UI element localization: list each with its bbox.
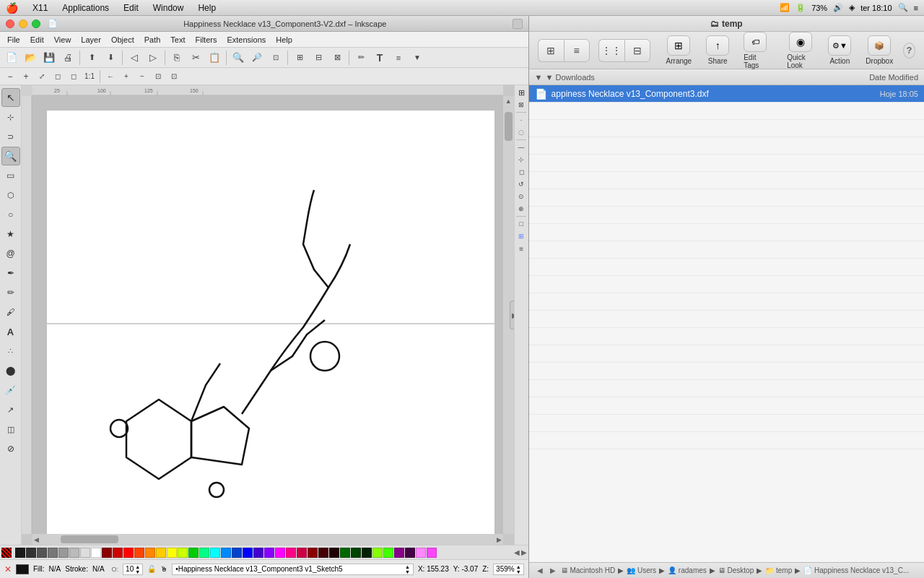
finder-dropbox-btn[interactable]: 📦 Dropbox (861, 33, 897, 68)
inkscape-menu-help[interactable]: Help (271, 34, 297, 46)
snap-lines[interactable]: ≡ (515, 243, 527, 254)
zoom-tool-in[interactable]: + (19, 69, 33, 84)
color-swatch[interactable] (156, 548, 166, 558)
menubar-edit[interactable]: Edit (121, 1, 141, 14)
color-swatch[interactable] (199, 548, 209, 558)
inkscape-menu-extensions[interactable]: Extensions (222, 34, 270, 46)
tool-star[interactable]: ★ (1, 225, 20, 243)
zoom-fit-draw[interactable]: ⤢ (35, 69, 49, 84)
menubar-x11[interactable]: X11 (30, 1, 51, 14)
zoom-field[interactable]: 359% ▲ ▼ (493, 564, 524, 575)
inkscape-menu-text[interactable]: Text (166, 34, 189, 46)
color-swatch[interactable] (58, 548, 69, 558)
zoom-tool-out[interactable]: − (3, 69, 17, 84)
window-collapse[interactable] (513, 19, 523, 29)
tool-3d[interactable]: ⬡ (1, 186, 20, 204)
zoom-100[interactable]: 1:1 (82, 69, 97, 84)
color-swatch[interactable] (167, 548, 177, 558)
palette-left[interactable]: ◀ (514, 548, 520, 556)
toolbar-export[interactable]: ⬇ (102, 49, 119, 66)
color-swatch[interactable] (253, 548, 263, 558)
color-swatch[interactable] (416, 548, 426, 558)
palette-right[interactable]: ▶ (521, 548, 527, 556)
scrollbar-horizontal[interactable]: ◀ ▶ (32, 534, 503, 545)
scroll-thumb-h[interactable] (61, 535, 118, 543)
inkscape-menu-layer[interactable]: Layer (77, 34, 105, 46)
finder-help-btn[interactable]: ? (903, 43, 915, 59)
path-users[interactable]: 👥 Users (627, 566, 656, 574)
search-icon[interactable]: 🔍 (898, 3, 908, 12)
fill-x-indicator[interactable]: ✕ (4, 564, 12, 574)
tool-fill[interactable]: ⬤ (1, 361, 20, 380)
finder-edit-tags-btn[interactable]: 🏷 Edit Tags (739, 29, 771, 72)
snap-bbox2[interactable]: ◻ (515, 166, 527, 178)
snap-rotate[interactable]: ↺ (515, 178, 527, 190)
color-swatch[interactable] (232, 548, 242, 558)
color-swatch[interactable] (134, 548, 144, 558)
toolbar-copy[interactable]: ⎘ (168, 49, 186, 66)
snap-mid[interactable]: ⊕ (515, 203, 527, 215)
bottom-nav-left[interactable]: ◀ (535, 566, 545, 576)
color-swatch[interactable] (188, 548, 199, 558)
snap-nodes[interactable]: · (515, 114, 527, 126)
tool-pencil[interactable]: ✏ (1, 283, 20, 302)
finder-icon-view[interactable]: ⊞ (538, 39, 564, 62)
color-swatch[interactable] (102, 548, 112, 558)
path-macintosh-hd[interactable]: 🖥 Macintosh HD (561, 566, 616, 574)
inkscape-menu-file[interactable]: File (3, 34, 25, 46)
toolbar-edit-node[interactable]: ✏ (352, 49, 370, 66)
drawing-area[interactable] (32, 96, 503, 534)
canvas-expand-button[interactable]: ▶ (510, 301, 514, 329)
inkscape-menu-view[interactable]: View (50, 34, 76, 46)
color-swatch[interactable] (318, 548, 328, 558)
color-swatch[interactable] (329, 548, 339, 558)
fill-swatch[interactable] (16, 564, 29, 574)
toolbar-import[interactable]: ⬆ (83, 49, 100, 66)
color-swatch[interactable] (69, 548, 79, 558)
snap-bbox[interactable]: ⊠ (515, 99, 527, 111)
toolbar-paste[interactable]: 📋 (206, 49, 223, 66)
object-name-field[interactable]: •Happiness Necklace v13_Component3 v1_Sk… (172, 564, 414, 575)
toolbar-open[interactable]: 📂 (22, 49, 39, 66)
color-swatch[interactable] (15, 548, 25, 558)
color-swatch[interactable] (286, 548, 296, 558)
opacity-input[interactable]: 10 ▲ ▼ (123, 564, 143, 575)
close-button[interactable] (6, 20, 14, 28)
color-swatch[interactable] (243, 548, 253, 558)
color-swatch[interactable] (48, 548, 58, 558)
tool-select[interactable]: ↖ (1, 88, 20, 107)
toolbar-save[interactable]: 💾 (40, 49, 58, 66)
file-row-0[interactable]: 📄 appiness Necklace v13_Component3.dxf H… (529, 85, 924, 103)
tool-connector[interactable]: ↗ (1, 400, 20, 419)
finder-list-view[interactable]: ≡ (564, 39, 590, 62)
toolbar-snap2[interactable]: ⊟ (310, 49, 327, 66)
zoom-prev[interactable]: ← (103, 69, 118, 84)
bottom-nav-right[interactable]: ▶ (548, 566, 558, 576)
color-swatch[interactable] (37, 548, 47, 558)
minimize-button[interactable] (19, 20, 27, 28)
snap-guide[interactable]: — (515, 142, 527, 153)
color-swatch[interactable] (275, 548, 285, 558)
color-swatch[interactable] (351, 548, 361, 558)
transparent-swatch[interactable] (1, 548, 12, 558)
tool-calligraphy[interactable]: 🖋 (1, 303, 20, 322)
toolbar-more[interactable]: ≡ (390, 49, 407, 66)
toolbar-redo[interactable]: ▷ (144, 49, 162, 66)
tool-text[interactable]: A (1, 322, 20, 341)
finder-action-btn[interactable]: ⚙▼ Action (824, 33, 855, 68)
zoom-out2[interactable]: − (135, 69, 149, 84)
color-swatch[interactable] (383, 548, 393, 558)
opacity-stepper[interactable]: ▲ ▼ (135, 564, 140, 574)
snap-toggle[interactable]: ⊞ (515, 87, 527, 98)
color-swatch[interactable] (340, 548, 350, 558)
color-swatch[interactable] (178, 548, 188, 558)
tool-dropper[interactable]: 💉 (1, 381, 20, 400)
path-radames[interactable]: 👤 radames (668, 566, 707, 574)
path-desktop[interactable]: 🖥 Desktop (718, 566, 754, 574)
toolbar-zoom-fit[interactable]: ⊡ (267, 49, 284, 66)
toolbar-snap[interactable]: ⊞ (291, 49, 308, 66)
color-swatch[interactable] (113, 548, 123, 558)
menubar-help[interactable]: Help (195, 1, 219, 14)
toolbar-print[interactable]: 🖨 (59, 49, 77, 66)
snap-square[interactable]: □ (515, 218, 527, 230)
